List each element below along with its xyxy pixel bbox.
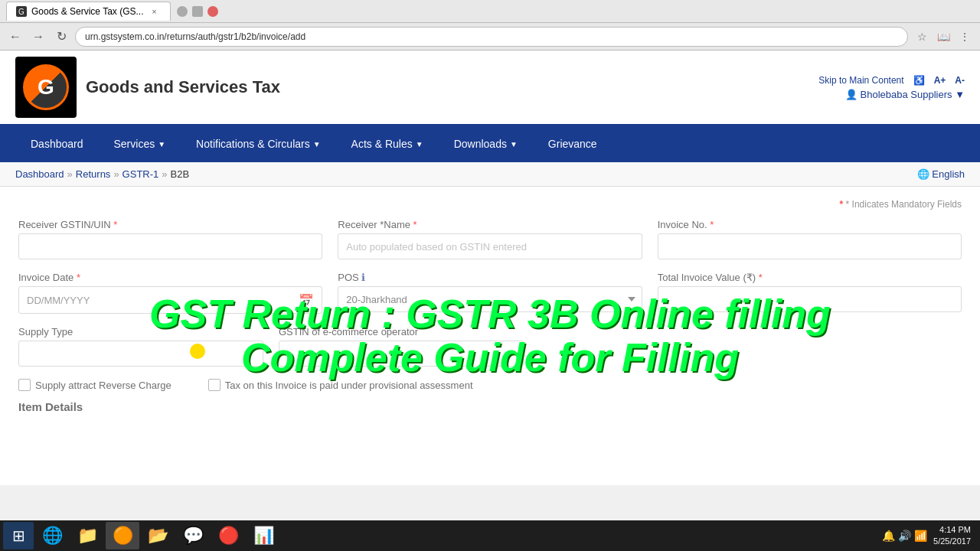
nav-services[interactable]: Services ▼ [99, 126, 181, 162]
network-icon[interactable]: 📶 [914, 530, 927, 542]
pos-info-icon[interactable]: ℹ [361, 272, 365, 283]
browser-menu-icon[interactable]: ⋮ [956, 28, 974, 46]
volume-icon[interactable]: 🔊 [898, 530, 911, 542]
receiver-name-label: Receiver *Name * [338, 219, 642, 230]
gst-logo: G [15, 57, 77, 118]
nav-acts-rules-label: Acts & Rules [351, 138, 413, 150]
nav-downloads-label: Downloads [454, 138, 507, 150]
taskbar-ie[interactable]: 🌐 [35, 522, 69, 549]
user-name: Bholebaba Suppliers [861, 89, 952, 100]
ie-icon: 🌐 [42, 526, 63, 546]
gstin-ecommerce-group: GSTIN of e-commerce operator [279, 326, 524, 367]
invoice-form: * * Indicates Mandatory Fields Receiver … [0, 187, 980, 425]
reader-icon[interactable]: 📖 [934, 28, 952, 46]
invoice-date-group: Invoice Date * 📅 [18, 272, 322, 314]
taskbar-chrome[interactable]: 🟠 [106, 522, 139, 549]
gstin-ecommerce-label: GSTIN of e-commerce operator [279, 326, 524, 337]
red-app-icon: 🔴 [218, 526, 239, 546]
nav-downloads[interactable]: Downloads ▼ [439, 126, 533, 162]
nav-notifications-arrow: ▼ [313, 140, 321, 148]
system-tray: 🔔 🔊 📶 [882, 530, 927, 542]
folder-icon: 📂 [148, 526, 168, 546]
header-right: Skip to Main Content ♿ A+ A- 👤 Bholebaba… [818, 75, 965, 100]
breadcrumb-b2b: B2B [171, 168, 190, 180]
skip-main-content[interactable]: Skip to Main Content [818, 75, 903, 86]
notification-tray-icon[interactable]: 🔔 [882, 530, 895, 542]
nav-notifications-label: Notifications & Circulars [196, 138, 310, 150]
gstin-ecommerce-input[interactable] [279, 341, 524, 367]
taskbar-folder[interactable]: 📂 [141, 522, 175, 549]
minimize-button[interactable] [177, 6, 188, 17]
chrome-icon: 🟠 [113, 526, 133, 546]
bookmark-icon[interactable]: ☆ [913, 28, 931, 46]
invoice-date-label: Invoice Date * [18, 272, 322, 283]
nav-bar: Dashboard Services ▼ Notifications & Cir… [0, 126, 980, 162]
start-button[interactable]: ⊞ [3, 522, 34, 549]
gst-website: G Goods and Services Tax Skip to Main Co… [0, 51, 980, 485]
nav-services-arrow: ▼ [158, 140, 165, 148]
receiver-name-group: Receiver *Name * [338, 219, 642, 259]
inv-no-star: * [710, 219, 714, 230]
invoice-date-input[interactable] [19, 287, 291, 313]
breadcrumb-returns[interactable]: Returns [76, 168, 111, 180]
user-info[interactable]: 👤 Bholebaba Suppliers ▼ [845, 89, 965, 100]
breadcrumb-gstr1[interactable]: GSTR-1 [122, 168, 159, 180]
nav-acts-rules[interactable]: Acts & Rules ▼ [336, 126, 439, 162]
invoice-no-label: Invoice No. * [658, 219, 962, 230]
browser-tab[interactable]: G Goods & Service Tax (GS... × [6, 2, 171, 21]
reverse-charge-checkbox[interactable] [18, 379, 31, 391]
calendar-icon[interactable]: 📅 [291, 289, 322, 312]
total-star: * [759, 272, 763, 283]
font-plus-button[interactable]: A+ [934, 75, 946, 86]
explorer-icon: 📁 [77, 526, 98, 546]
taskbar: ⊞ 🌐 📁 🟠 📂 💬 🔴 📊 🔔 🔊 📶 4:14 PM 5/25/2017 [0, 520, 980, 551]
mandatory-star: * [840, 199, 844, 210]
skype-icon: 💬 [183, 526, 204, 546]
font-minus-button[interactable]: A- [955, 75, 965, 86]
form-row-1: Receiver GSTIN/UIN * Receiver *Name * In… [18, 219, 962, 259]
close-button[interactable] [207, 6, 218, 17]
receiver-gstin-input[interactable] [18, 233, 322, 259]
provisional-assessment-checkbox-item[interactable]: Tax on this Invoice is paid under provis… [208, 379, 473, 391]
nav-grievance[interactable]: Grievance [533, 126, 612, 162]
reverse-charge-checkbox-item[interactable]: Supply attract Reverse Charge [18, 379, 172, 391]
pos-select[interactable]: 20-Jharkhand [338, 286, 642, 312]
taskbar-explorer[interactable]: 📁 [70, 522, 104, 549]
pos-label: POS ℹ [338, 272, 642, 283]
provisional-assessment-label: Tax on this Invoice is paid under provis… [225, 380, 473, 391]
user-dropdown-arrow: ▼ [955, 89, 965, 100]
breadcrumb-sep3: » [162, 168, 167, 180]
nav-grievance-label: Grievance [548, 138, 597, 150]
breadcrumb-bar: Dashboard » Returns » GSTR-1 » B2B 🌐 Eng… [0, 162, 980, 187]
nav-services-label: Services [114, 138, 155, 150]
taskbar-skype[interactable]: 💬 [176, 522, 210, 549]
site-title: Goods and Services Tax [86, 77, 280, 97]
user-icon: 👤 [845, 89, 858, 100]
item-details-heading: Item Details [18, 400, 962, 413]
total-invoice-group: Total Invoice Value (₹) * [658, 272, 962, 314]
language-selector[interactable]: 🌐 English [917, 168, 965, 180]
form-row-3: Supply Type Intra-State GSTIN of e-comme… [18, 326, 962, 367]
excel-icon: 📊 [253, 526, 274, 546]
receiver-gstin-label: Receiver GSTIN/UIN * [18, 219, 322, 230]
checkbox-row: Supply attract Reverse Charge Tax on thi… [18, 379, 962, 391]
address-bar[interactable]: urn.gstsystem.co.in/returns/auth/gstr1/b… [75, 27, 908, 47]
receiver-name-input[interactable] [338, 233, 642, 259]
maximize-button[interactable] [192, 6, 203, 17]
taskbar-excel[interactable]: 📊 [247, 522, 280, 549]
invoice-no-input[interactable] [658, 233, 962, 259]
provisional-assessment-checkbox[interactable] [208, 379, 220, 391]
back-button[interactable]: ← [6, 28, 24, 46]
gstin-star: * [113, 219, 117, 230]
refresh-button[interactable]: ↻ [52, 28, 70, 46]
nav-notifications[interactable]: Notifications & Circulars ▼ [181, 126, 336, 162]
nav-dashboard[interactable]: Dashboard [15, 126, 99, 162]
taskbar-app-red[interactable]: 🔴 [211, 522, 245, 549]
mandatory-note: * * Indicates Mandatory Fields [18, 199, 962, 210]
windows-icon: ⊞ [12, 527, 25, 545]
total-invoice-input[interactable] [658, 286, 962, 312]
supply-type-input[interactable]: Intra-State [18, 341, 263, 367]
tab-close-button[interactable]: × [149, 5, 161, 18]
forward-button[interactable]: → [29, 28, 47, 46]
breadcrumb-dashboard[interactable]: Dashboard [15, 168, 64, 180]
